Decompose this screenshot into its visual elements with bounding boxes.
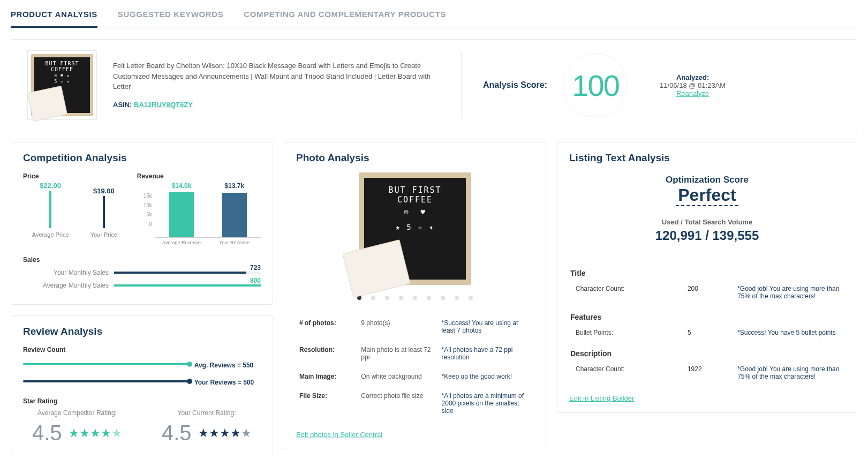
product-title: Felt Letter Board by Chelton Wilson: 10X… [113,61,440,92]
carousel-dot-5[interactable] [413,296,417,300]
tab-product-analysis[interactable]: PRODUCT ANALYSIS [11,5,97,28]
analyzed-label: Analyzed: [660,73,726,81]
your-revenue-value: $13.7k [208,182,261,190]
listing-row-key: Bullet Points: [570,326,684,340]
your-monthly-sales-label: Your Monthly Sales [23,269,109,276]
photo-row-val: Correct photo file size [359,387,438,420]
photo-row-val: Main photo is at least 72 ppi [359,341,438,366]
revenue-y-ticks: 15k10k5k0 [137,193,152,227]
avg-price-bar [49,191,51,228]
your-rating-value: 4.5 [162,421,192,445]
optimization-score-value[interactable]: Perfect [676,185,738,206]
photo-row-val: 9 photo(s) [359,314,438,340]
price-label: Price [23,172,126,180]
your-price-value: $19.00 [90,187,117,195]
product-description: Felt Letter Board by Chelton Wilson: 10X… [113,61,440,110]
avg-monthly-sales-label: Average Monthly Sales [23,282,109,289]
photo-details-table: # of photos:9 photo(s)*Success! You are … [296,313,534,421]
reanalyze-link[interactable]: Reanalyze [676,89,709,97]
avg-competitor-rating-value: 4.5 [32,421,62,445]
photo-carousel-dots [296,296,534,300]
your-price-bar [103,196,105,228]
analysis-score-label: Analysis Score: [483,80,547,90]
your-monthly-sales-value: 723 [250,264,261,272]
listing-row-val: 1922 [685,362,734,383]
listing-details-table: Title Character Count:200*Good job! You … [569,259,845,385]
listing-row-note: *Good job! You are using more than 75% o… [735,282,844,303]
avg-competitor-rating-label: Average Competitor Rating: [23,409,131,417]
review-count-label: Review Count [23,346,261,353]
listing-title: Listing Text Analysis [569,152,845,164]
avg-competitor-stars: ★★★★★ [69,426,122,440]
tabs-bar: PRODUCT ANALYSIS SUGGESTED KEYWORDS COMP… [11,5,857,28]
review-analysis-panel: Review Analysis Review Count Avg. Review… [11,315,273,455]
carousel-dot-9[interactable] [469,296,473,300]
competition-analysis-panel: Competition Analysis Price $22.00 Averag… [11,142,273,305]
revenue-label: Revenue [137,172,261,180]
competition-title: Competition Analysis [23,152,261,164]
photo-row-key: # of photos: [297,314,358,340]
listing-row-val: 5 [685,326,734,340]
edit-listing-link[interactable]: Edit in Listing Builder [569,394,634,402]
your-revenue-bar [222,193,247,237]
your-price-col-label: Your Price [90,231,117,238]
analysis-score-value: 100 [572,68,618,103]
photo-preview: BUT FIRSTCOFFEE☺ ♥★ 5 ☆ ✦ [359,172,471,285]
avg-monthly-sales-value: 800 [250,277,261,284]
listing-section-description: Description [570,341,844,361]
review-title: Review Analysis [23,326,261,337]
tab-suggested-keywords[interactable]: SUGGESTED KEYWORDS [118,5,224,28]
photo-title: Photo Analysis [296,152,534,164]
product-header-card: BUT FIRSTCOFFEE☺ ♥ ★5 ☆ ✦ Felt Letter Bo… [11,39,857,131]
listing-row-note: *Good job! You are using more than 75% o… [735,362,844,383]
carousel-dot-3[interactable] [385,296,389,300]
divider [461,53,462,117]
carousel-dot-6[interactable] [427,296,431,300]
photo-row-note: *Keep up the good work! [440,367,533,386]
listing-text-analysis-panel: Listing Text Analysis Optimization Score… [557,142,857,413]
avg-revenue-col-label: Average Revenue [155,240,208,245]
photo-row-key: File Size: [297,387,358,420]
avg-revenue-bar [169,192,194,237]
your-revenue-col-label: Your Revenue [208,240,261,245]
sales-label: Sales [23,256,261,264]
photo-row-key: Resolution: [297,341,358,366]
avg-price-col-label: Average Price [32,231,69,238]
search-volume-value: 120,991 / 139,555 [569,228,845,243]
tab-competing-products[interactable]: COMPETING AND COMPLEMENTARY PRODUCTS [244,5,446,28]
your-rating-stars: ★★★★★ [198,426,252,440]
listing-row-key: Character Count: [570,282,684,303]
your-monthly-sales-bar [114,272,246,274]
carousel-dot-2[interactable] [371,296,375,300]
your-rating-label: Your Current Rating: [153,409,261,417]
search-volume-label: Used / Total Search Volume [569,218,845,226]
analysis-score-circle: 100 [563,53,628,117]
carousel-dot-7[interactable] [441,296,445,300]
photo-row-note: *Success! You are using at least 7 photo… [440,314,533,340]
your-reviews-track [23,380,190,382]
listing-section-features: Features [570,304,844,325]
avg-price-value: $22.00 [32,182,69,190]
star-rating-label: Star Rating [23,397,261,405]
photo-row-key: Main Image: [297,367,358,386]
optimization-score-label: Optimization Score [569,175,845,185]
analysis-score-block: Analysis Score: 100 Analyzed: 11/06/18 @… [483,53,726,117]
avg-monthly-sales-bar [114,284,261,287]
carousel-dot-4[interactable] [399,296,403,300]
edit-photos-link[interactable]: Edit photos in Seller Central [296,431,382,439]
listing-row-note: *Success! You have 5 bullet points [735,326,844,340]
photo-row-note: *All photos are a minimum of 2000 pixels… [440,387,533,420]
avg-reviews-label: Avg. Reviews = 550 [194,362,254,369]
listing-row-key: Character Count: [570,362,684,383]
photo-row-val: On white background [359,367,438,386]
asin-label: ASIN: [113,101,132,109]
photo-row-note: *All photos have a 72 ppi resolution [440,341,533,366]
photo-analysis-panel: Photo Analysis BUT FIRSTCOFFEE☺ ♥★ 5 ☆ ✦… [284,142,546,449]
carousel-dot-8[interactable] [455,296,459,300]
listing-section-title: Title [570,260,844,281]
listing-row-val: 200 [685,282,734,303]
avg-reviews-track [23,363,190,365]
your-reviews-label: Your Reviews = 500 [194,379,254,386]
analyzed-block: Analyzed: 11/06/18 @ 01:23AM Reanalyze [660,73,726,97]
asin-link[interactable]: BA12RUY8QT6ZY [134,101,193,109]
